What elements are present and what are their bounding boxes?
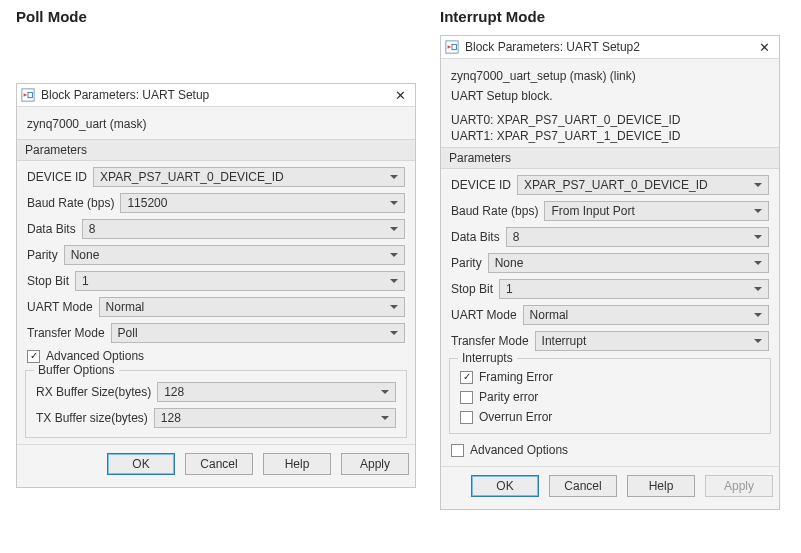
- rx-buffer-label: RX Buffer Size(bytes): [36, 385, 151, 399]
- baud-rate-combo[interactable]: 115200: [120, 193, 405, 213]
- advanced-options-checkbox[interactable]: [451, 444, 464, 457]
- interrupts-legend: Interrupts: [458, 351, 517, 365]
- poll-titlebar: Block Parameters: UART Setup ✕: [17, 84, 415, 107]
- help-button[interactable]: Help: [627, 475, 695, 497]
- data-bits-combo[interactable]: 8: [506, 227, 769, 247]
- rx-buffer-value: 128: [164, 385, 184, 399]
- interrupt-window-title: Block Parameters: UART Setup2: [465, 40, 749, 54]
- framing-error-label: Framing Error: [479, 370, 553, 384]
- stop-bit-label: Stop Bit: [451, 282, 493, 296]
- device-id-combo[interactable]: XPAR_PS7_UART_0_DEVICE_ID: [517, 175, 769, 195]
- device-id-label: DEVICE ID: [27, 170, 87, 184]
- stop-bit-value: 1: [506, 282, 513, 296]
- parity-error-checkbox[interactable]: [460, 391, 473, 404]
- ok-button[interactable]: OK: [471, 475, 539, 497]
- device-id-value: XPAR_PS7_UART_0_DEVICE_ID: [524, 178, 708, 192]
- poll-mask-subtitle: zynq7000_uart (mask): [25, 113, 407, 137]
- poll-window-title: Block Parameters: UART Setup: [41, 88, 385, 102]
- uart-mode-value: Normal: [106, 300, 145, 314]
- device-id-label: DEVICE ID: [451, 178, 511, 192]
- baud-rate-label: Baud Rate (bps): [27, 196, 114, 210]
- baud-rate-value: 115200: [127, 196, 167, 210]
- data-bits-label: Data Bits: [451, 230, 500, 244]
- interrupts-fieldset: Interrupts Framing Error Parity error Ov…: [449, 358, 771, 434]
- interrupt-desc-1: UART Setup block.: [449, 89, 771, 105]
- baud-rate-label: Baud Rate (bps): [451, 204, 538, 218]
- data-bits-label: Data Bits: [27, 222, 76, 236]
- uart-mode-label: UART Mode: [451, 308, 517, 322]
- parity-error-label: Parity error: [479, 390, 538, 404]
- parity-value: None: [71, 248, 100, 262]
- poll-dialog: Block Parameters: UART Setup ✕ zynq7000_…: [16, 83, 416, 488]
- buffer-options-fieldset: Buffer Options RX Buffer Size(bytes) 128…: [25, 370, 407, 438]
- parity-value: None: [495, 256, 524, 270]
- apply-button[interactable]: Apply: [341, 453, 409, 475]
- parity-combo[interactable]: None: [488, 253, 769, 273]
- close-icon[interactable]: ✕: [391, 87, 409, 103]
- interrupt-titlebar: Block Parameters: UART Setup2 ✕: [441, 36, 779, 59]
- simulink-app-icon: [21, 88, 35, 102]
- apply-button[interactable]: Apply: [705, 475, 773, 497]
- uart-mode-value: Normal: [530, 308, 569, 322]
- overrun-error-label: Overrun Error: [479, 410, 552, 424]
- device-id-value: XPAR_PS7_UART_0_DEVICE_ID: [100, 170, 284, 184]
- interrupt-mask-subtitle: zynq7000_uart_setup (mask) (link): [449, 65, 771, 89]
- cancel-button[interactable]: Cancel: [549, 475, 617, 497]
- data-bits-combo[interactable]: 8: [82, 219, 405, 239]
- transfer-mode-value: Poll: [118, 326, 138, 340]
- interrupt-mode-title: Interrupt Mode: [440, 8, 780, 25]
- transfer-mode-label: Transfer Mode: [27, 326, 105, 340]
- help-button[interactable]: Help: [263, 453, 331, 475]
- data-bits-value: 8: [513, 230, 520, 244]
- transfer-mode-label: Transfer Mode: [451, 334, 529, 348]
- stop-bit-value: 1: [82, 274, 89, 288]
- device-id-combo[interactable]: XPAR_PS7_UART_0_DEVICE_ID: [93, 167, 405, 187]
- ok-button[interactable]: OK: [107, 453, 175, 475]
- interrupt-desc-2: UART0: XPAR_PS7_UART_0_DEVICE_ID: [449, 113, 771, 129]
- tx-buffer-label: TX Buffer size(bytes): [36, 411, 148, 425]
- data-bits-value: 8: [89, 222, 96, 236]
- simulink-app-icon: [445, 40, 459, 54]
- advanced-options-label: Advanced Options: [470, 443, 568, 457]
- stop-bit-label: Stop Bit: [27, 274, 69, 288]
- baud-rate-value: From Input Port: [551, 204, 634, 218]
- buffer-options-legend: Buffer Options: [34, 363, 119, 377]
- framing-error-checkbox[interactable]: [460, 371, 473, 384]
- parameters-header: Parameters: [441, 147, 779, 169]
- cancel-button[interactable]: Cancel: [185, 453, 253, 475]
- transfer-mode-combo[interactable]: Interrupt: [535, 331, 769, 351]
- uart-mode-label: UART Mode: [27, 300, 93, 314]
- advanced-options-label: Advanced Options: [46, 349, 144, 363]
- parity-combo[interactable]: None: [64, 245, 405, 265]
- rx-buffer-combo[interactable]: 128: [157, 382, 396, 402]
- uart-mode-combo[interactable]: Normal: [523, 305, 769, 325]
- transfer-mode-value: Interrupt: [542, 334, 587, 348]
- parity-label: Parity: [27, 248, 58, 262]
- interrupt-desc-3: UART1: XPAR_PS7_UART_1_DEVICE_ID: [449, 129, 771, 145]
- poll-mode-title: Poll Mode: [16, 8, 416, 25]
- tx-buffer-combo[interactable]: 128: [154, 408, 396, 428]
- baud-rate-combo[interactable]: From Input Port: [544, 201, 769, 221]
- overrun-error-checkbox[interactable]: [460, 411, 473, 424]
- parity-label: Parity: [451, 256, 482, 270]
- transfer-mode-combo[interactable]: Poll: [111, 323, 405, 343]
- stop-bit-combo[interactable]: 1: [499, 279, 769, 299]
- parameters-header: Parameters: [17, 139, 415, 161]
- close-icon[interactable]: ✕: [755, 39, 773, 55]
- stop-bit-combo[interactable]: 1: [75, 271, 405, 291]
- advanced-options-checkbox[interactable]: [27, 350, 40, 363]
- tx-buffer-value: 128: [161, 411, 181, 425]
- uart-mode-combo[interactable]: Normal: [99, 297, 405, 317]
- interrupt-dialog: Block Parameters: UART Setup2 ✕ zynq7000…: [440, 35, 780, 510]
